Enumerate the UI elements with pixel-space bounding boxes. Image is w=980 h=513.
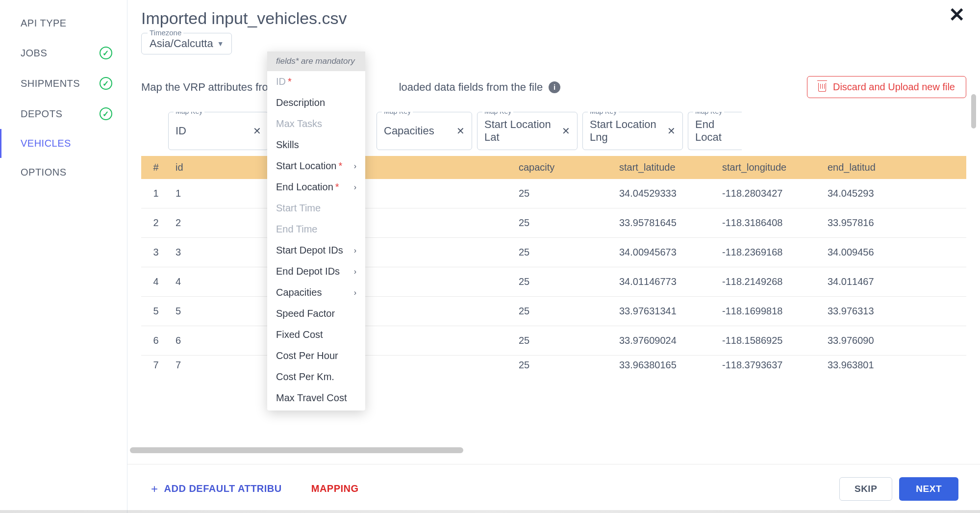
dropdown-item[interactable]: Max Travel Cost [267, 387, 365, 409]
mapkey-end-lat[interactable]: Map Key End Locat [688, 112, 742, 150]
clear-icon[interactable]: ✕ [456, 125, 465, 137]
table-cell: 33.976090 [823, 335, 896, 346]
col-header-start-lat: start_latitude [614, 162, 717, 173]
dropdown-item[interactable]: Start Depot IDs› [267, 240, 365, 261]
table-cell: -118.2149268 [717, 276, 823, 287]
table-cell: 25 [514, 217, 614, 229]
dropdown-item[interactable]: Start Location*› [267, 155, 365, 177]
table-cell: 25 [514, 359, 614, 371]
table-cell: 34.011467 [823, 276, 896, 287]
footer-bar: + ADD DEFAULT ATTRIBU MAPPING SKIP NEXT [127, 464, 980, 513]
sidebar-item-options[interactable]: OPTIONS [0, 158, 127, 187]
dropdown-item[interactable]: End Location*› [267, 177, 365, 198]
mapping-label[interactable]: MAPPING [311, 483, 359, 494]
table-cell: 33.97609024 [614, 335, 717, 346]
table-cell: 25 [514, 276, 614, 287]
table-cell: 5 [141, 306, 171, 317]
bottom-edge [0, 510, 980, 513]
add-default-attribute-button[interactable]: + ADD DEFAULT ATTRIBU [151, 482, 282, 496]
table-cell: -118.2803427 [717, 188, 823, 199]
dropdown-item[interactable]: Description [267, 92, 365, 113]
dropdown-item[interactable]: Fixed Cost [267, 324, 365, 345]
table-cell: 3 [141, 247, 171, 258]
sidebar-item-label: DEPOTS [21, 108, 62, 120]
dropdown-item[interactable]: Skills [267, 134, 365, 155]
info-icon[interactable]: i [549, 81, 560, 93]
chevron-right-icon: › [354, 288, 356, 297]
table-row: 222533.95781645-118.318640833.957816 [141, 208, 966, 238]
timezone-value: Asia/Calcutta [150, 37, 213, 50]
vertical-scrollbar[interactable] [971, 94, 976, 128]
dropdown-item[interactable]: Cost Per Hour [267, 345, 365, 366]
check-icon: ✓ [100, 107, 112, 120]
page-title: Imported input_vehicles.csv [141, 9, 966, 28]
check-icon: ✓ [100, 77, 112, 90]
dropdown-item: End Time [267, 219, 365, 240]
table-cell: 4 [141, 276, 171, 287]
clear-icon[interactable]: ✕ [562, 125, 570, 137]
table-cell: 1 [171, 188, 274, 199]
mapkey-id[interactable]: Map Key ID ✕ [168, 112, 269, 150]
sidebar-item-label: VEHICLES [21, 138, 71, 149]
required-star-icon: * [338, 160, 342, 171]
col-header-end-lat: end_latitud [823, 162, 896, 173]
table-row: 442534.01146773-118.214926834.011467 [141, 267, 966, 297]
sidebar-item-label: OPTIONS [21, 167, 67, 178]
dropdown-item[interactable]: Speed Factor [267, 303, 365, 324]
mapkey-start-lng[interactable]: Map Key Start Location Lng ✕ [582, 112, 683, 150]
table-cell: -118.3793637 [717, 359, 823, 371]
clear-icon[interactable]: ✕ [667, 125, 676, 137]
chevron-right-icon: › [354, 162, 356, 171]
table-cell: 25 [514, 335, 614, 346]
attribute-dropdown: fields* are mandatory ID*DescriptionMax … [267, 51, 365, 410]
sidebar: API TYPE JOBS ✓ SHIPMENTS ✓ DEPOTS ✓ VEH… [0, 0, 127, 513]
col-header-id: id [171, 162, 274, 173]
chevron-right-icon: › [354, 267, 356, 276]
dropdown-item: Start Time [267, 198, 365, 219]
horizontal-scrollbar-thumb[interactable] [130, 447, 463, 453]
table-cell: 33.976313 [823, 306, 896, 317]
timezone-select[interactable]: Timezone Asia/Calcutta ▼ [141, 33, 232, 54]
sidebar-item-depots[interactable]: DEPOTS ✓ [0, 99, 127, 129]
table-cell: 2 [171, 217, 274, 229]
discard-upload-button[interactable]: Discard and Upload new file [807, 76, 966, 98]
table-cell: 25 [514, 247, 614, 258]
table-cell: 4 [171, 276, 274, 287]
dropdown-item[interactable]: Cost Per Km. [267, 366, 365, 387]
skip-button[interactable]: SKIP [839, 477, 892, 501]
col-header-capacity: capacity [514, 162, 614, 173]
col-header-num: # [141, 162, 171, 173]
sidebar-item-vehicles[interactable]: VEHICLES [0, 129, 127, 158]
table-cell: -118.1586925 [717, 335, 823, 346]
table-row: 552533.97631341-118.169981833.976313 [141, 297, 966, 326]
horizontal-scrollbar-track[interactable] [127, 447, 967, 453]
table-cell: 34.01146773 [614, 276, 717, 287]
main-panel: ✕ Imported input_vehicles.csv Timezone A… [127, 0, 980, 513]
sidebar-item-shipments[interactable]: SHIPMENTS ✓ [0, 68, 127, 99]
dropdown-item[interactable]: Capacities› [267, 282, 365, 303]
table-cell: 33.95781645 [614, 217, 717, 229]
dropdown-item[interactable]: End Depot IDs› [267, 261, 365, 282]
caret-down-icon: ▼ [217, 40, 224, 48]
sidebar-item-jobs[interactable]: JOBS ✓ [0, 38, 127, 68]
required-star-icon: * [335, 181, 339, 192]
sidebar-item-api-type[interactable]: API TYPE [0, 9, 127, 38]
mapkey-capacities[interactable]: Map Key Capacities ✕ [377, 112, 472, 150]
table-cell: 1 [141, 188, 171, 199]
table-cell: 25 [514, 306, 614, 317]
table-cell: 34.04529333 [614, 188, 717, 199]
dropdown-item: Max Tasks [267, 113, 365, 134]
next-button[interactable]: NEXT [899, 477, 958, 501]
chevron-right-icon: › [354, 183, 356, 192]
clear-icon[interactable]: ✕ [253, 125, 261, 137]
check-icon: ✓ [100, 47, 112, 59]
table-cell: 7 [141, 359, 171, 371]
table-row: 112534.04529333-118.280342734.045293 [141, 179, 966, 208]
close-icon[interactable]: ✕ [949, 5, 965, 25]
table-cell: 5 [171, 306, 274, 317]
mapkey-start-lat[interactable]: Map Key Start Location Lat ✕ [477, 112, 578, 150]
table-cell: 6 [171, 335, 274, 346]
table-cell: 33.957816 [823, 217, 896, 229]
table-cell: -118.3186408 [717, 217, 823, 229]
table-cell: 34.00945673 [614, 247, 717, 258]
